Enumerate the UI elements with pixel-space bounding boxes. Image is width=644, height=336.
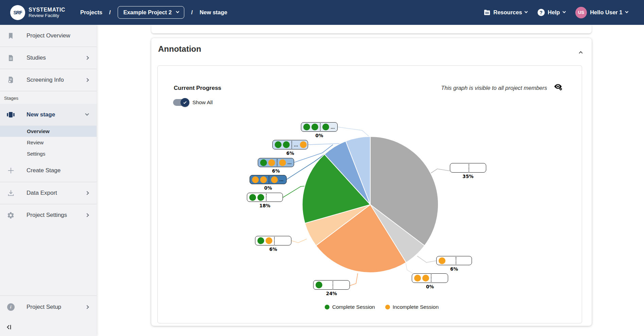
session-label-box [247,193,283,202]
stages-section-label: Stages [0,91,97,104]
sidebar-collapse-button[interactable] [0,318,97,336]
sidebar-item-label: Project Overview [27,32,70,39]
sidebar-item-project-settings[interactable]: Project Settings [0,204,97,226]
help-icon: ? [538,9,545,16]
slice-percentage: 35% [450,174,486,179]
progress-panel: Current Progress This graph is visible t… [157,65,582,323]
session-label-box [255,236,291,245]
complete-session-dot [260,159,267,166]
resources-menu[interactable]: Resources [480,7,531,18]
breadcrumb-separator: / [109,9,111,16]
incomplete-session-dot [266,237,272,244]
sidebar-item-studies[interactable]: Studies [0,47,97,69]
section-title: Annotation [158,44,201,54]
slice-percentage: 18% [247,203,283,208]
session-label-box: … [258,158,294,167]
chevron-down-icon [625,10,628,13]
bookmark-icon [6,32,15,40]
slice-percentage: 0% [250,185,287,191]
breadcrumb: Projects / Example Project 2 / New stage [80,6,227,19]
threshold-separator [456,257,456,264]
legend-dot [385,305,390,309]
sidebar-item-label: Screening Info [27,77,64,83]
help-label: Help [548,9,560,16]
complete-session-dot [316,282,322,288]
logo-line2: Review Facility [29,13,65,18]
sidebar: Project Overview Studies Screening Info … [0,25,97,336]
legend-item: Incomplete Session [385,304,439,310]
leader-line [406,262,413,273]
slice-percentage: 6% [258,168,294,174]
pie-chart: 35%6%0%24%6%18%…0%…6%…6%…0% Complete Ses… [158,66,582,323]
leader-line [430,169,450,174]
threshold-separator [266,194,267,201]
sidebar-subitem-label: Review [27,140,44,145]
threshold-separator [291,141,292,148]
session-label-box [450,163,486,173]
chevron-right-icon [85,56,89,60]
user-greeting: Hello User 1 [590,9,622,16]
leader-line [338,127,370,137]
sidebar-item-data-export[interactable]: Data Export [0,182,97,204]
incomplete-session-dot [300,141,307,148]
chevron-right-icon [85,305,89,309]
chevron-down-icon [176,10,179,13]
threshold-separator [333,281,333,289]
app-logo[interactable]: SRF SYSTEMATIC Review Facility [10,5,65,20]
sidebar-item-screening-info[interactable]: Screening Info [0,69,97,91]
sidebar-item-new-stage[interactable]: New stage [0,104,97,126]
chevron-down-icon [525,10,528,13]
threshold-separator [320,123,321,131]
sidebar-subitem-settings[interactable]: Settings [0,148,97,159]
complete-session-dot [275,141,282,148]
help-menu[interactable]: ? Help [534,7,569,18]
logo-monogram: SRF [10,5,25,20]
session-label-box [436,256,472,265]
sidebar-spacer [0,226,97,295]
breadcrumb-projects-link[interactable]: Projects [80,9,102,16]
sidebar-item-create-stage[interactable]: Create Stage [0,159,97,182]
sidebar-subitem-review[interactable]: Review [0,137,97,148]
sidebar-item-label: New stage [27,111,55,118]
threshold-separator [277,159,277,166]
threshold-separator [469,164,469,172]
download-icon [6,189,15,197]
chevron-right-icon [85,213,89,217]
project-selector-dropdown[interactable]: Example Project 2 [118,6,185,19]
section-collapse-button[interactable] [579,51,582,55]
sidebar-item-label: Project Settings [27,212,67,219]
incomplete-session-dot [422,275,429,282]
annotation-section: Annotation Current Progress This graph i… [151,38,592,326]
sidebar-item-label: Studies [27,54,46,61]
ellipsis: … [294,142,299,147]
session-label-box [313,280,350,290]
complete-session-dot [311,124,318,130]
sidebar-subitem-label: Overview [27,128,50,134]
complete-session-dot [257,237,264,244]
breadcrumb-stage: New stage [200,9,227,16]
threshold-separator [274,237,275,244]
complete-session-dot [303,124,310,130]
ellipsis: … [279,177,284,182]
document-icon [6,54,15,62]
slice-percentage: 6% [436,266,472,272]
slice-percentage: 0% [301,133,338,138]
sidebar-item-label: Create Stage [27,167,61,174]
sidebar-item-project-overview[interactable]: Project Overview [0,25,97,47]
threshold-separator [269,176,269,183]
incomplete-session-dot [279,159,286,166]
legend-item: Complete Session [325,304,375,310]
slice-percentage: 24% [313,291,350,296]
sidebar-item-project-setup[interactable]: i Project Setup [0,296,97,318]
incomplete-session-dot [268,159,275,166]
sidebar-subitem-overview[interactable]: Overview [0,126,97,137]
chevron-down-icon [562,10,565,13]
resources-label: Resources [493,9,522,16]
user-menu[interactable]: US Hello User 1 [572,5,631,20]
complete-session-dot [283,141,290,148]
session-label-box: … [272,140,308,149]
stage-carousel-icon [6,111,15,119]
slice-percentage: 6% [255,246,291,252]
sidebar-item-label: Data Export [27,190,57,196]
breadcrumb-separator: / [191,9,193,16]
